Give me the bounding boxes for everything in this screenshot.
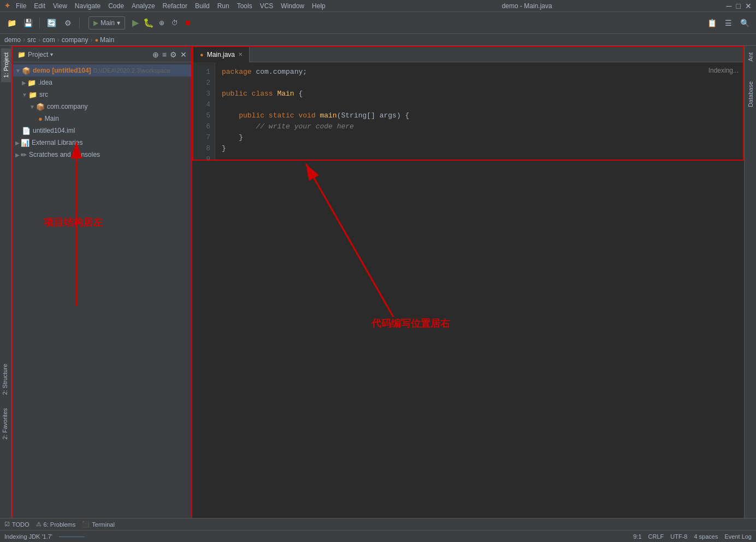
breadcrumb-src[interactable]: src	[27, 36, 36, 44]
menu-vcs[interactable]: VCS	[258, 2, 276, 10]
titlebar-controls: ─ □ ✕	[727, 2, 752, 10]
titlebar: ✦ File Edit View Navigate Code Analyze R…	[0, 0, 756, 12]
menu-refactor[interactable]: Refactor	[161, 2, 190, 10]
menu-tools[interactable]: Tools	[235, 2, 255, 10]
breadcrumb-company[interactable]: company	[62, 36, 88, 44]
new-file-icon[interactable]: ⊕	[152, 50, 159, 59]
tree-item-scratches[interactable]: ▶ ✏ Scratches and Consoles	[13, 149, 191, 161]
menu-edit[interactable]: Edit	[32, 2, 48, 10]
editor-empty-area[interactable]	[192, 161, 744, 529]
event-log-button[interactable]: Event Log	[724, 533, 752, 540]
minimize-button[interactable]: ─	[727, 2, 732, 10]
toolbar: 📁 💾 🔄 ⚙ ▶ Main ▾ ▶ 🐛 ⊕ ⏱ ■ 📋 ☰ 🔍	[0, 12, 756, 34]
folder-icon: 📁	[17, 51, 26, 58]
close-panel-icon[interactable]: ✕	[180, 50, 187, 59]
expand-arrow-package: ▼	[29, 104, 35, 110]
profile-button[interactable]: ⏱	[169, 17, 181, 29]
sidebar-item-project[interactable]: 1: Project	[1, 48, 11, 82]
project-title-label: Project	[28, 51, 48, 58]
indexing-status: Indexing...	[708, 67, 739, 74]
statusbar-right: 9:1 CRLF UTF-8 4 spaces Event Log	[633, 533, 752, 540]
breadcrumb-com[interactable]: com	[43, 36, 55, 44]
settings-icon[interactable]: ⚙	[170, 50, 177, 59]
coverage-button[interactable]: ⊕	[156, 17, 168, 29]
vcs-button[interactable]: 📋	[705, 16, 719, 30]
breadcrumb-demo[interactable]: demo	[4, 36, 21, 44]
save-all-button[interactable]: 💾	[21, 16, 35, 30]
breadcrumb-main[interactable]: ● Main	[94, 36, 114, 44]
expand-arrow-scratches: ▶	[15, 152, 20, 158]
tree-item-label-main: Main	[45, 115, 59, 122]
tree-item-demo[interactable]: ▼ 📦 demo [untitled104] D:\IDEA\2020.2.3\…	[13, 64, 191, 76]
menu-analyze[interactable]: Analyze	[129, 2, 157, 10]
run-config-icon: ▶	[93, 19, 98, 27]
left-bottom-tabs: 2: Structure 2: Favorites	[0, 360, 12, 444]
settings-button[interactable]: ⚙	[61, 16, 75, 30]
todo-label: TODO	[12, 521, 29, 528]
code-line-2	[222, 78, 736, 89]
structure-tab[interactable]: 2: Structure	[0, 360, 11, 399]
tree-item-main[interactable]: ● Main	[13, 113, 191, 125]
open-file-button[interactable]: 📁	[4, 16, 19, 30]
code-editor[interactable]: 1 2 3 4 5 6 7 8 9 package com.company;	[193, 62, 743, 160]
project-header-actions: ⊕ ≡ ⚙ ✕	[152, 50, 187, 59]
breadcrumb-sep-2: ›	[38, 36, 40, 44]
maximize-button[interactable]: □	[736, 2, 741, 10]
expand-arrow-src: ▼	[22, 92, 27, 98]
code-content[interactable]: package com.company; public class Main {…	[215, 62, 743, 160]
editor-tab-main[interactable]: ● Main.java ✕	[193, 47, 250, 62]
breadcrumb-sep-4: ›	[90, 36, 92, 44]
menu-view[interactable]: View	[51, 2, 69, 10]
close-button[interactable]: ✕	[745, 2, 752, 10]
tree-item-package[interactable]: ▼ 📦 com.company	[13, 101, 191, 113]
run-buttons: ▶ 🐛 ⊕ ⏱ ■	[129, 17, 194, 29]
file-tree: ▼ 📦 demo [untitled104] D:\IDEA\2020.2.3\…	[13, 62, 191, 528]
annotation-left-text: 项目结构居左	[44, 217, 103, 228]
sync-button[interactable]: 🔄	[44, 16, 58, 30]
todo-button[interactable]: ☑ TODO	[4, 521, 29, 528]
project-panel: 📁 Project ▾ ⊕ ≡ ⚙ ✕ ▼ 📦 demo [untitled10…	[12, 46, 192, 529]
line-numbers: 1 2 3 4 5 6 7 8 9	[193, 62, 215, 160]
collapse-all-icon[interactable]: ≡	[162, 50, 167, 59]
tree-item-label-src: src	[39, 91, 48, 98]
statusbar-left: Indexing JDK '1.7' ──────	[4, 533, 85, 540]
run-button[interactable]: ▶	[129, 17, 141, 29]
progress-indicator: ──────	[59, 533, 85, 540]
menu-build[interactable]: Build	[193, 2, 212, 10]
tree-item-idea[interactable]: ▶ 📁 .idea	[13, 76, 191, 89]
code-line-1: package com.company;	[222, 67, 736, 78]
sidebar-database-label[interactable]: Database	[746, 77, 755, 111]
layout-button[interactable]: ☰	[721, 16, 735, 30]
menu-window[interactable]: Window	[279, 2, 306, 10]
menu-navigate[interactable]: Navigate	[73, 2, 103, 10]
libs-icon: 📊	[21, 139, 29, 147]
toolbar-sep-2	[79, 17, 80, 28]
tree-item-iml[interactable]: 📄 untitled104.iml	[13, 125, 191, 137]
run-config-dropdown-icon: ▾	[117, 19, 120, 27]
menu-run[interactable]: Run	[215, 2, 232, 10]
run-configuration-selector[interactable]: ▶ Main ▾	[88, 16, 125, 30]
menu-file[interactable]: File	[14, 2, 28, 10]
tree-item-label-demo: demo [untitled104]	[33, 67, 91, 74]
run-config-group: ▶ Main ▾	[88, 16, 125, 30]
titlebar-left: ✦ File Edit View Navigate Code Analyze R…	[4, 2, 328, 10]
breadcrumb-sep-3: ›	[57, 36, 60, 44]
folder-icon-idea: 📁	[27, 79, 36, 87]
debug-button[interactable]: 🐛	[143, 17, 155, 29]
terminal-label: Terminal	[92, 521, 115, 528]
app-icon: ✦	[4, 2, 10, 10]
code-line-3: public class Main {	[222, 89, 736, 99]
sidebar-ant-label[interactable]: Ant	[746, 48, 755, 66]
tab-close-icon[interactable]: ✕	[238, 51, 243, 57]
terminal-button[interactable]: ⬛ Terminal	[82, 521, 115, 528]
menu-help[interactable]: Help	[310, 2, 328, 10]
folder-icon-src: 📁	[28, 91, 37, 99]
tree-item-ext-libs[interactable]: ▶ 📊 External Libraries	[13, 137, 191, 149]
search-everywhere-button[interactable]: 🔍	[737, 16, 752, 30]
favorites-tab[interactable]: 2: Favorites	[0, 404, 11, 444]
menu-code[interactable]: Code	[106, 2, 126, 10]
problems-button[interactable]: ⚠ 6: Problems	[36, 521, 76, 528]
stop-button[interactable]: ■	[182, 17, 194, 29]
tree-item-src[interactable]: ▼ 📁 src	[13, 89, 191, 101]
toolbar-sep-1	[39, 17, 40, 28]
